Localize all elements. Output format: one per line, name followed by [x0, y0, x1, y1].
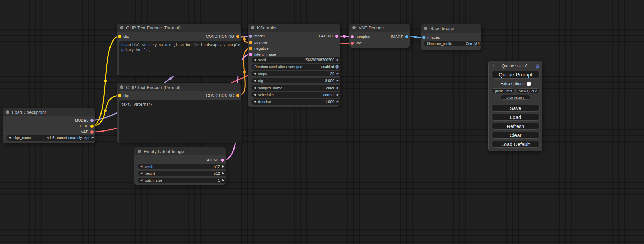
view-history-button[interactable]: View History [501, 95, 531, 100]
toggle-indicator-dot[interactable] [335, 65, 339, 69]
node-collapse-dot-icon[interactable] [251, 26, 254, 29]
node-title-bar[interactable]: Save Image [421, 24, 481, 33]
vae-port-dot[interactable] [90, 130, 94, 134]
increment-arrow-icon[interactable]: ▶ [222, 172, 224, 175]
denoise-number-widget[interactable]: ◀ denoise 1.000 ▶ [251, 99, 341, 105]
increment-arrow-icon[interactable]: ▶ [222, 179, 224, 182]
clip-port-dot[interactable] [118, 35, 121, 38]
increment-arrow-icon[interactable]: ▶ [222, 165, 224, 168]
node-empty-latent-image[interactable]: Empty Latent Image LATENT ◀ width 512 ▶ … [134, 147, 226, 185]
node-collapse-dot-icon[interactable] [352, 26, 356, 29]
decrement-arrow-icon[interactable]: ◀ [254, 72, 256, 75]
output-port-conditioning[interactable]: CONDITIONING [206, 93, 239, 98]
output-port-image[interactable]: IMAGE [391, 34, 408, 39]
image-port-dot[interactable] [422, 36, 425, 39]
node-vae-decode[interactable]: VAE Decode samples vae IMAGE [349, 24, 410, 48]
input-port-negative[interactable]: negative [249, 46, 269, 51]
node-title-bar[interactable]: CLIP Text Encode (Prompt) [117, 83, 241, 91]
positive-prompt-textarea[interactable]: beautiful scenery nature glass bottle la… [119, 41, 242, 76]
decrement-arrow-icon[interactable]: ◀ [140, 172, 142, 175]
latent-port-dot[interactable] [335, 35, 338, 38]
sampler-name-combo-widget[interactable]: ◀ sampler_name euler ▶ [251, 85, 341, 91]
steps-number-widget[interactable]: ◀ steps 20 ▶ [251, 71, 341, 76]
node-title-bar[interactable]: Empty Latent Image [134, 147, 226, 155]
negative-prompt-textarea[interactable]: text, watermark [119, 100, 242, 143]
load-default-button[interactable]: Load Default [491, 141, 540, 148]
input-port-images[interactable]: images [422, 35, 440, 40]
decrement-arrow-icon[interactable]: ◀ [254, 100, 256, 103]
combo-right-arrow-icon[interactable]: ▶ [337, 93, 339, 96]
combo-left-arrow-icon[interactable]: ◀ [254, 93, 256, 96]
node-title-bar[interactable]: Load Checkpoint [3, 108, 95, 116]
node-collapse-dot-icon[interactable] [424, 27, 427, 30]
clear-button[interactable]: Clear [491, 132, 540, 139]
output-port-latent[interactable]: LATENT [319, 33, 338, 39]
model-port-dot[interactable] [90, 119, 94, 122]
conditioning-port-dot[interactable] [236, 94, 239, 97]
decrement-arrow-icon[interactable]: ◀ [140, 165, 142, 168]
node-title-bar[interactable]: VAE Decode [349, 24, 410, 32]
node-clip-text-encode-negative[interactable]: CLIP Text Encode (Prompt) clip CONDITION… [117, 83, 241, 143]
vae-port-dot[interactable] [351, 42, 354, 45]
output-port-conditioning[interactable]: CONDITIONING [206, 34, 239, 39]
node-clip-text-encode-positive[interactable]: CLIP Text Encode (Prompt) clip CONDITION… [117, 24, 241, 75]
view-queue-button[interactable]: View Queue [517, 88, 540, 93]
clip-port-dot[interactable] [118, 94, 121, 97]
input-port-clip[interactable]: clip [118, 93, 129, 98]
extra-options-checkbox[interactable] [527, 82, 531, 86]
ckpt-name-combo-widget[interactable]: ◀ ckpt_name v1-5-pruned-emaonly.ckpt ▶ [6, 135, 96, 141]
increment-arrow-icon[interactable]: ▶ [337, 72, 339, 75]
seed-number-widget[interactable]: ◀ seed 156680208700286 ▶ [251, 57, 341, 63]
input-port-samples[interactable]: samples [351, 34, 370, 39]
input-port-model[interactable]: model [249, 33, 265, 39]
queue-front-button[interactable]: Queue Front [491, 88, 515, 93]
random-seed-toggle-widget[interactable]: Random seed after every gen enabled [251, 64, 341, 70]
output-port-clip[interactable]: CLIP [80, 123, 94, 129]
node-collapse-dot-icon[interactable] [6, 110, 9, 114]
input-port-latent-image[interactable]: latent_image [249, 52, 276, 57]
decrement-arrow-icon[interactable]: ◀ [254, 58, 256, 61]
settings-gear-icon[interactable]: ⚙ [535, 64, 540, 69]
scheduler-combo-widget[interactable]: ◀ scheduler normal ▶ [251, 92, 341, 98]
combo-right-arrow-icon[interactable]: ▶ [337, 87, 339, 89]
combo-left-arrow-icon[interactable]: ◀ [9, 136, 11, 139]
input-port-positive[interactable]: positive [249, 39, 267, 45]
node-ksampler[interactable]: KSampler model positive negative latent_… [248, 24, 340, 107]
load-button[interactable]: Load [491, 114, 540, 121]
conditioning-port-dot[interactable] [236, 35, 239, 38]
cfg-number-widget[interactable]: ◀ cfg 8.000 ▶ [251, 78, 341, 83]
conditioning-port-dot[interactable] [249, 47, 252, 50]
output-port-vae[interactable]: VAE [81, 129, 94, 135]
increment-arrow-icon[interactable]: ▶ [337, 79, 339, 82]
increment-arrow-icon[interactable]: ▶ [337, 58, 339, 61]
conditioning-port-dot[interactable] [249, 41, 252, 44]
decrement-arrow-icon[interactable]: ◀ [254, 79, 256, 82]
drag-handle-icon[interactable]: ⠿ [491, 64, 494, 69]
latent-port-dot[interactable] [351, 35, 354, 38]
combo-right-arrow-icon[interactable]: ▶ [92, 136, 94, 139]
input-port-clip[interactable]: clip [118, 34, 129, 39]
node-collapse-dot-icon[interactable] [120, 85, 123, 89]
image-port-dot[interactable] [405, 35, 408, 38]
output-port-latent[interactable]: LATENT [205, 157, 224, 163]
clip-port-dot[interactable] [90, 125, 94, 128]
latent-port-dot[interactable] [221, 159, 224, 162]
increment-arrow-icon[interactable]: ▶ [337, 100, 339, 103]
node-collapse-dot-icon[interactable] [120, 26, 123, 29]
queue-prompt-button[interactable]: Queue Prompt [491, 71, 540, 79]
node-save-image[interactable]: Save Image images filename_prefix ComfyU… [421, 24, 481, 50]
combo-left-arrow-icon[interactable]: ◀ [254, 87, 256, 89]
decrement-arrow-icon[interactable]: ◀ [140, 179, 142, 182]
node-collapse-dot-icon[interactable] [138, 150, 141, 153]
batch-size-number-widget[interactable]: ◀ batch_size 1 ▶ [138, 178, 227, 183]
save-button[interactable]: Save [491, 105, 540, 112]
latent-port-dot[interactable] [249, 53, 252, 56]
input-port-vae[interactable]: vae [351, 40, 362, 46]
node-title-bar[interactable]: KSampler [248, 24, 340, 32]
node-graph-canvas[interactable]: Load Checkpoint MODEL CLIP VAE ◀ ckpt_na… [0, 0, 644, 244]
model-port-dot[interactable] [249, 35, 252, 38]
width-number-widget[interactable]: ◀ width 512 ▶ [138, 164, 227, 169]
node-title-bar[interactable]: CLIP Text Encode (Prompt) [117, 24, 241, 32]
output-port-model[interactable]: MODEL [75, 118, 94, 123]
height-number-widget[interactable]: ◀ height 512 ▶ [138, 171, 227, 176]
